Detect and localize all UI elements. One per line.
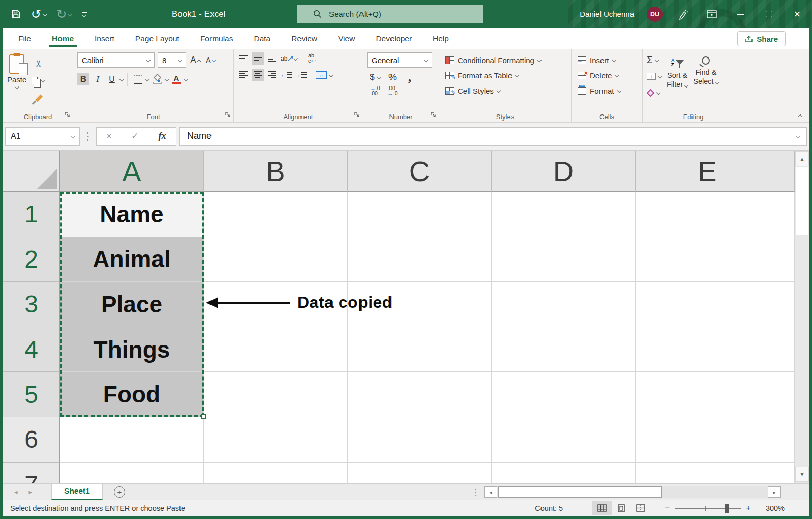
delete-cells-button[interactable]: × Delete <box>576 68 638 83</box>
horizontal-scrollbar-thumb[interactable] <box>498 486 662 498</box>
cell-c4[interactable] <box>348 327 492 372</box>
new-sheet-button[interactable]: + <box>114 486 125 498</box>
italic-button[interactable]: I <box>92 73 104 85</box>
tab-view[interactable]: View <box>337 29 356 48</box>
zoom-out-icon[interactable]: − <box>665 503 670 513</box>
ink-pen-icon[interactable] <box>676 4 691 24</box>
decrease-font-size-button[interactable]: A <box>204 54 217 66</box>
tab-help[interactable]: Help <box>432 29 450 48</box>
tab-area-resize-handle[interactable] <box>475 488 477 496</box>
scroll-down-icon[interactable]: ▾ <box>795 467 809 482</box>
conditional-formatting-button[interactable]: Conditional Formatting <box>443 52 567 68</box>
increase-font-size-button[interactable]: A <box>189 54 201 66</box>
user-name[interactable]: Daniel Uchenna <box>580 10 634 18</box>
percent-style-button[interactable]: % <box>386 71 399 83</box>
cell-b7[interactable] <box>204 463 348 483</box>
zoom-slider[interactable] <box>675 508 741 509</box>
cut-button[interactable]: ✂ <box>32 57 45 70</box>
cell-c2[interactable] <box>348 237 492 282</box>
search-input[interactable]: Search (Alt+Q) <box>297 5 483 23</box>
sheet-nav-right-icon[interactable]: ▸ <box>29 488 33 496</box>
insert-cells-button[interactable]: ← Insert <box>576 52 638 68</box>
cell-a1[interactable]: Name <box>60 192 204 237</box>
decrease-indent-button[interactable]: ← <box>281 69 293 81</box>
formula-bar-input[interactable]: Name <box>179 127 807 146</box>
cell-f4[interactable] <box>779 327 795 372</box>
sort-filter-button[interactable]: AZ Sort & Filter <box>667 52 688 110</box>
increase-indent-button[interactable]: → <box>295 69 307 81</box>
clear-button[interactable] <box>647 86 661 99</box>
cell-f3[interactable] <box>779 282 795 327</box>
autosum-button[interactable]: Σ <box>647 53 661 67</box>
cell-d5[interactable] <box>492 372 636 417</box>
increase-decimal-button[interactable]: ←.0.00 <box>369 84 381 97</box>
zoom-level[interactable]: 300% <box>760 504 785 512</box>
clipboard-dialog-launcher-icon[interactable] <box>65 110 70 120</box>
share-button[interactable]: Share <box>737 31 786 46</box>
column-header-c[interactable]: C <box>348 151 492 192</box>
horizontal-scrollbar[interactable]: ◂ ▸ <box>484 486 781 498</box>
undo-dropdown-icon[interactable] <box>43 12 47 16</box>
cell-f5[interactable] <box>779 372 795 417</box>
row-header-4[interactable]: 4 <box>3 327 60 372</box>
column-header-d[interactable]: D <box>492 151 636 192</box>
column-header-partial[interactable] <box>779 151 795 192</box>
format-painter-button[interactable] <box>32 91 45 103</box>
scroll-right-icon[interactable]: ▸ <box>768 486 781 498</box>
maximize-button[interactable] <box>761 4 776 24</box>
tab-file[interactable]: File <box>17 29 32 48</box>
cell-e4[interactable] <box>636 327 779 372</box>
bold-button[interactable]: B <box>77 73 89 85</box>
zoom-slider-thumb[interactable] <box>725 504 729 513</box>
tab-insert[interactable]: Insert <box>94 29 115 48</box>
save-icon[interactable] <box>11 9 21 19</box>
wrap-text-button[interactable]: abc↩ <box>306 52 318 65</box>
cell-a5[interactable]: Food <box>60 372 204 417</box>
row-header-3[interactable]: 3 <box>3 282 60 327</box>
avatar[interactable]: DU <box>647 7 663 22</box>
insert-function-icon[interactable]: fx <box>159 131 166 141</box>
underline-dropdown-icon[interactable] <box>119 77 124 81</box>
count-indicator[interactable]: Count: 5 <box>535 504 563 512</box>
customize-quick-access-icon[interactable] <box>82 12 87 17</box>
number-dialog-launcher-icon[interactable] <box>431 110 436 120</box>
paste-dropdown-icon[interactable] <box>15 85 19 89</box>
expand-formula-bar-icon[interactable] <box>796 134 800 138</box>
align-middle-button[interactable] <box>252 52 264 65</box>
row-header-1[interactable]: 1 <box>3 192 60 237</box>
font-size-select[interactable]: 8 <box>158 52 186 68</box>
cell-d4[interactable] <box>492 327 636 372</box>
format-as-table-button[interactable]: ✎ Format as Table <box>443 68 567 83</box>
fill-color-dropdown-icon[interactable] <box>165 77 169 81</box>
tab-formulas[interactable]: Formulas <box>199 29 234 48</box>
cell-f7[interactable] <box>779 463 795 483</box>
cell-styles-button[interactable]: ✎ Cell Styles <box>443 83 567 98</box>
orientation-button[interactable]: ab <box>281 52 297 65</box>
tab-developer[interactable]: Developer <box>375 29 413 48</box>
zoom-in-icon[interactable]: + <box>746 503 751 513</box>
cell-b6[interactable] <box>204 417 348 463</box>
cell-e7[interactable] <box>636 463 779 483</box>
scroll-up-icon[interactable]: ▴ <box>795 151 809 166</box>
align-right-button[interactable] <box>266 69 279 81</box>
font-color-button[interactable]: A <box>170 73 183 85</box>
cell-d7[interactable] <box>492 463 636 483</box>
cell-f6[interactable] <box>779 417 795 463</box>
font-color-dropdown-icon[interactable] <box>184 77 188 81</box>
align-center-button[interactable] <box>252 69 264 81</box>
cell-e5[interactable] <box>636 372 779 417</box>
tab-home[interactable]: Home <box>51 29 75 48</box>
cell-d6[interactable] <box>492 417 636 463</box>
collapse-ribbon-icon[interactable] <box>798 114 802 119</box>
copy-button[interactable] <box>32 74 45 86</box>
cell-c1[interactable] <box>348 192 492 237</box>
minimize-button[interactable] <box>733 4 748 24</box>
sheet-nav-left-icon[interactable]: ◂ <box>14 488 18 496</box>
redo-button[interactable]: ↻ <box>56 8 72 20</box>
vertical-scrollbar[interactable]: ▴ ▾ <box>795 151 809 483</box>
cell-b4[interactable] <box>204 327 348 372</box>
cell-d3[interactable] <box>492 282 636 327</box>
page-layout-view-button[interactable] <box>612 501 631 515</box>
select-all-corner[interactable] <box>3 151 60 192</box>
cell-c7[interactable] <box>348 463 492 483</box>
